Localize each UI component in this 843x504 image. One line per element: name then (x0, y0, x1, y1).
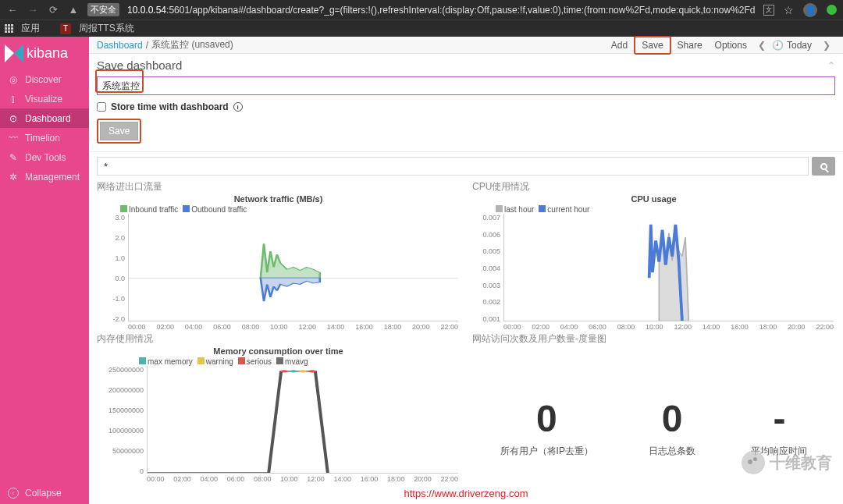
legend-swatch-current (539, 205, 546, 212)
bookmarks-bar: 应用 T 周报TTS系统 (0, 20, 843, 37)
dashboard-icon: ⊙ (8, 113, 19, 124)
panel-title: 内存使用情况 (97, 332, 460, 346)
security-badge[interactable]: 不安全 (87, 3, 119, 16)
crumb-dashboard[interactable]: Dashboard (97, 40, 143, 51)
store-time-label: Store time with dashboard (111, 101, 229, 112)
bookmark-tts[interactable]: 周报TTS系统 (79, 22, 134, 35)
collapse-icon: ‹ (8, 488, 19, 499)
search-row (89, 152, 843, 180)
svg-point-3 (299, 370, 307, 372)
sidebar-nav: ◎Discover ⫿Visualize ⊙Dashboard 〰Timelio… (0, 69, 89, 186)
crumb-current: 系统监控 (unsaved) (151, 38, 233, 51)
share-button[interactable]: Share (671, 37, 709, 53)
panel-network: 网络进出口流量 Network traffic (MB/s) Inbound t… (97, 180, 460, 332)
dashboard-grid: 网络进出口流量 Network traffic (MB/s) Inbound t… (89, 180, 843, 504)
save-panel: Save dashboard ⌃ Store time with dashboa… (89, 54, 843, 152)
sidebar-label: Dashboard (25, 113, 71, 124)
address-bar[interactable]: 10.0.0.54:5601/app/kibana#/dashboard/cre… (127, 5, 756, 16)
management-icon: ✲ (8, 172, 19, 183)
panel-cpu: CPU使用情况 CPU usage last hour current hour… (472, 180, 835, 332)
sidebar-label: Dev Tools (25, 152, 66, 163)
save-panel-title: Save dashboard (97, 59, 182, 72)
sidebar-item-discover[interactable]: ◎Discover (0, 69, 89, 89)
add-button[interactable]: Add (605, 37, 634, 53)
chart-cpu: 0.0070.0060.0050.0040.0030.0020.001 00:0… (472, 214, 835, 332)
timelion-icon: 〰 (8, 133, 19, 144)
reload-icon[interactable]: ⟳ (47, 4, 59, 16)
wechat-icon (742, 451, 765, 474)
panel-memory: 内存使用情况 Memory consumption over time max … (97, 332, 460, 484)
sidebar-label: Timelion (25, 133, 60, 144)
breadcrumb-bar: Dashboard / 系统监控 (unsaved) Add Save Shar… (89, 37, 843, 54)
options-button[interactable]: Options (709, 37, 753, 53)
time-next-icon[interactable]: ❯ (818, 40, 835, 51)
extension-icon[interactable] (827, 5, 837, 15)
sidebar-item-dashboard[interactable]: ⊙Dashboard (0, 108, 89, 128)
discover-icon: ◎ (8, 74, 19, 85)
save-dashboard-button[interactable]: Save (100, 122, 138, 140)
panel-title: 网站访问次数及用户数量-度量图 (472, 332, 835, 346)
legend: max memory warning serious mvavg (139, 357, 460, 366)
clock-icon: 🕘 (772, 40, 784, 51)
legend: last hour current hour (496, 205, 835, 214)
sidebar-label: Visualize (25, 94, 62, 105)
info-icon[interactable]: i (233, 102, 243, 112)
chart-title: CPU usage (472, 194, 835, 204)
metric-logs: 0日志总条数 (649, 397, 695, 458)
svg-point-2 (290, 370, 297, 372)
chart-title: Network traffic (MB/s) (97, 194, 460, 204)
apps-label[interactable]: 应用 (21, 22, 40, 35)
brand-text: kibana (27, 45, 68, 62)
panel-title: 网络进出口流量 (97, 180, 460, 194)
watermark: 十维教育 (742, 451, 832, 474)
footer-url: https://www.driverzeng.com (89, 488, 843, 499)
time-prev-icon[interactable]: ❮ (753, 40, 770, 51)
browser-toolbar: ← → ⟳ ▲ 不安全 10.0.0.54:5601/app/kibana#/d… (0, 0, 843, 20)
sidebar-item-timelion[interactable]: 〰Timelion (0, 128, 89, 147)
query-input[interactable] (97, 157, 809, 176)
panel-title: CPU使用情况 (472, 180, 835, 194)
devtools-icon: ✎ (8, 152, 19, 163)
profile-icon[interactable]: 👤 (803, 3, 817, 17)
sidebar: kibana ◎Discover ⫿Visualize ⊙Dashboard 〰… (0, 37, 89, 504)
save-tab-button[interactable]: Save (634, 36, 670, 55)
metric-response: -平均响应时间 (751, 397, 807, 458)
kibana-logo-icon (5, 44, 23, 62)
svg-point-1 (280, 370, 288, 372)
svg-point-4 (308, 370, 316, 372)
legend: Inbound traffic Outbound traffic (120, 205, 460, 214)
chart-title: Memory consumption over time (97, 346, 460, 356)
legend-swatch-inbound (120, 205, 127, 212)
search-submit-button[interactable] (812, 157, 835, 176)
chart-network: 3.02.01.00.0-1.0-2.0 00:0002:0004:0006:0… (97, 214, 460, 332)
search-icon (820, 163, 827, 170)
chart-memory: 2500000002000000001500000001000000005000… (97, 366, 460, 484)
forward-icon[interactable]: → (27, 4, 39, 16)
sidebar-label: Management (25, 172, 80, 183)
sidebar-item-visualize[interactable]: ⫿Visualize (0, 89, 89, 108)
collapse-label: Collapse (25, 488, 62, 499)
dashboard-name-input[interactable] (97, 76, 835, 95)
sidebar-item-management[interactable]: ✲Management (0, 167, 89, 186)
metric-users: 0所有用户（将IP去重） (500, 397, 593, 458)
legend-swatch-last (496, 205, 503, 212)
apps-icon[interactable] (5, 24, 13, 33)
insecure-icon: ▲ (67, 4, 80, 16)
sidebar-label: Discover (25, 74, 62, 85)
workspace: Dashboard / 系统监控 (unsaved) Add Save Shar… (89, 37, 843, 504)
panel-collapse-icon[interactable]: ⌃ (827, 60, 835, 71)
time-range[interactable]: Today (785, 37, 818, 53)
sidebar-item-devtools[interactable]: ✎Dev Tools (0, 147, 89, 167)
back-icon[interactable]: ← (6, 4, 19, 16)
save-button-highlight: Save (97, 119, 141, 144)
legend-swatch-outbound (183, 205, 190, 212)
tts-favicon[interactable]: T (60, 23, 71, 34)
bookmark-star-icon[interactable]: ☆ (784, 4, 794, 16)
translate-icon[interactable]: 文 (763, 5, 774, 16)
store-time-checkbox[interactable] (97, 102, 106, 112)
brand[interactable]: kibana (0, 37, 89, 69)
visualize-icon: ⫿ (8, 94, 19, 105)
collapse-sidebar[interactable]: ‹ Collapse (0, 482, 89, 504)
